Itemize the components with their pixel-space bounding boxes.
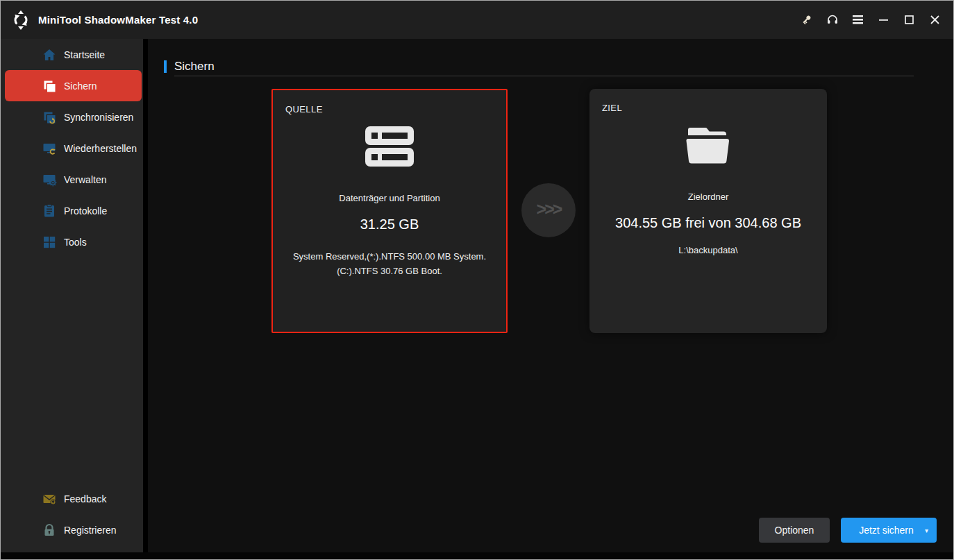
source-card-label: QUELLE: [285, 104, 323, 114]
dest-card-label: ZIEL: [602, 103, 622, 113]
logs-icon: [42, 203, 57, 219]
sidebar-item-label: Protokolle: [64, 205, 107, 217]
sidebar-item-tools[interactable]: Tools: [1, 226, 143, 257]
register-lock-icon: [42, 523, 57, 538]
disk-icon: [273, 125, 506, 168]
sync-icon: [42, 110, 57, 125]
manage-icon: [42, 172, 57, 187]
window-bottom-strip: [1, 552, 953, 560]
home-icon: [42, 47, 57, 62]
backup-now-label: Jetzt sichern: [841, 525, 925, 536]
sidebar-item-label: Sichern: [64, 80, 97, 92]
sidebar-item-label: Tools: [64, 237, 87, 248]
main-content: Sichern QUELLE Datenträger und Partitio: [148, 39, 954, 552]
dest-path: L:\backupdata\: [589, 245, 827, 255]
close-icon[interactable]: [922, 1, 948, 39]
page-header: Sichern: [164, 60, 215, 74]
sidebar-item-synchronisieren[interactable]: Synchronisieren: [1, 101, 143, 133]
sidebar-item-label: Registrieren: [64, 525, 116, 536]
accent-bar: [164, 60, 167, 73]
sidebar-item-protokolle[interactable]: Protokolle: [1, 195, 143, 226]
headset-icon[interactable]: [819, 1, 845, 39]
sidebar-item-label: Startseite: [64, 49, 105, 60]
sidebar-item-label: Feedback: [64, 493, 106, 504]
source-size: 31.25 GB: [273, 217, 506, 232]
chevron-down-icon[interactable]: ▾: [925, 527, 928, 534]
backup-now-button[interactable]: Jetzt sichern ▾: [841, 518, 937, 543]
dest-type-label: Zielordner: [589, 192, 827, 202]
source-details: System Reserved,(*:).NTFS 500.00 MB Syst…: [273, 250, 506, 279]
source-to-dest-arrow-icon: >>>: [521, 183, 576, 237]
source-card[interactable]: QUELLE Datenträger und Partition 31.25 G…: [271, 89, 508, 333]
sidebar-item-startseite[interactable]: Startseite: [1, 39, 143, 70]
folder-icon: [589, 124, 827, 167]
titlebar-actions: [794, 1, 948, 39]
sidebar-main-divider: [143, 39, 148, 560]
sidebar-item-label: Wiederherstellen: [64, 143, 137, 154]
sidebar-item-label: Synchronisieren: [64, 112, 133, 123]
sidebar-item-wiederherstellen[interactable]: Wiederherstellen: [1, 133, 143, 164]
feedback-icon: [42, 491, 57, 507]
tools-icon: [42, 235, 57, 250]
source-details-line1: System Reserved,(*:).NTFS 500.00 MB Syst…: [273, 250, 506, 264]
app-logo-icon: [10, 9, 32, 31]
app-title: MiniTool ShadowMaker Test 4.0: [38, 14, 198, 26]
menu-icon[interactable]: [845, 1, 871, 39]
minimize-icon[interactable]: [871, 1, 896, 39]
restore-icon: [42, 141, 57, 156]
source-details-line2: (C:).NTFS 30.76 GB Boot.: [273, 264, 506, 279]
app-window: MiniTool ShadowMaker Test 4.0: [0, 0, 954, 560]
maximize-icon[interactable]: [896, 1, 922, 39]
header-divider: [174, 76, 914, 76]
dest-free-space: 304.55 GB frei von 304.68 GB: [589, 215, 827, 231]
page-title: Sichern: [174, 60, 215, 74]
destination-card[interactable]: ZIEL Zielordner 304.55 GB frei von 304.6…: [589, 89, 827, 333]
sidebar-footer: Feedback Registrieren: [1, 483, 143, 545]
titlebar: MiniTool ShadowMaker Test 4.0: [1, 1, 953, 39]
sidebar-item-feedback[interactable]: Feedback: [1, 483, 143, 514]
sidebar-item-verwalten[interactable]: Verwalten: [1, 164, 143, 195]
source-type-label: Datenträger und Partition: [273, 193, 506, 203]
backup-icon: [42, 78, 57, 94]
sidebar: Startseite Sichern Synchronisieren: [1, 39, 143, 552]
key-icon[interactable]: [794, 1, 819, 39]
sidebar-nav: Startseite Sichern Synchronisieren: [1, 39, 143, 257]
sidebar-item-registrieren[interactable]: Registrieren: [1, 514, 143, 545]
options-button[interactable]: Optionen: [759, 518, 830, 543]
sidebar-item-label: Verwalten: [64, 174, 106, 185]
sidebar-item-sichern[interactable]: Sichern: [5, 70, 142, 101]
